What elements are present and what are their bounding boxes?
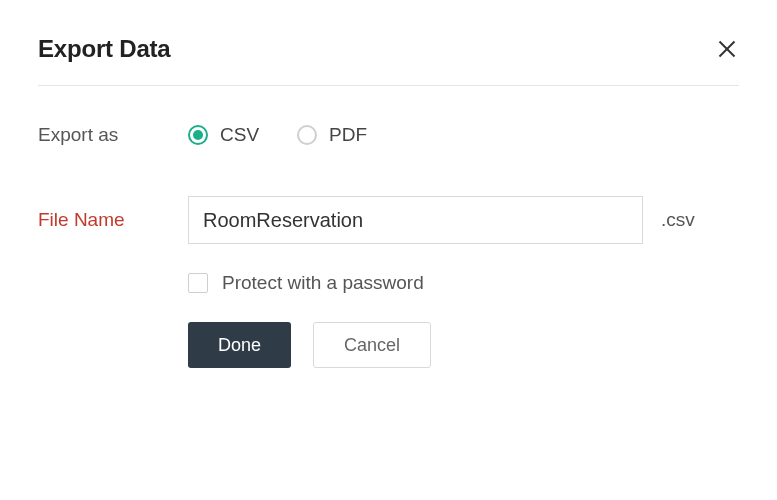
buttons-row: Done Cancel <box>38 322 739 368</box>
protect-field: Protect with a password <box>188 272 424 294</box>
radio-csv[interactable]: CSV <box>188 124 259 146</box>
file-name-row: File Name .csv <box>38 196 739 244</box>
file-name-label: File Name <box>38 209 188 231</box>
protect-label: Protect with a password <box>222 272 424 294</box>
export-as-label: Export as <box>38 124 188 146</box>
protect-row: Protect with a password <box>38 272 739 294</box>
radio-csv-indicator <box>188 125 208 145</box>
radio-csv-label: CSV <box>220 124 259 146</box>
dialog-header: Export Data <box>38 35 739 86</box>
radio-pdf[interactable]: PDF <box>297 124 367 146</box>
file-name-field: .csv <box>188 196 695 244</box>
dialog-title: Export Data <box>38 35 171 63</box>
export-as-options: CSV PDF <box>188 124 367 146</box>
dialog-buttons: Done Cancel <box>188 322 431 368</box>
radio-pdf-indicator <box>297 125 317 145</box>
file-extension: .csv <box>661 209 695 231</box>
protect-checkbox[interactable] <box>188 273 208 293</box>
file-name-input[interactable] <box>188 196 643 244</box>
done-button[interactable]: Done <box>188 322 291 368</box>
cancel-button[interactable]: Cancel <box>313 322 431 368</box>
close-button[interactable] <box>715 37 739 61</box>
close-icon <box>718 40 736 58</box>
radio-pdf-label: PDF <box>329 124 367 146</box>
export-as-row: Export as CSV PDF <box>38 124 739 146</box>
